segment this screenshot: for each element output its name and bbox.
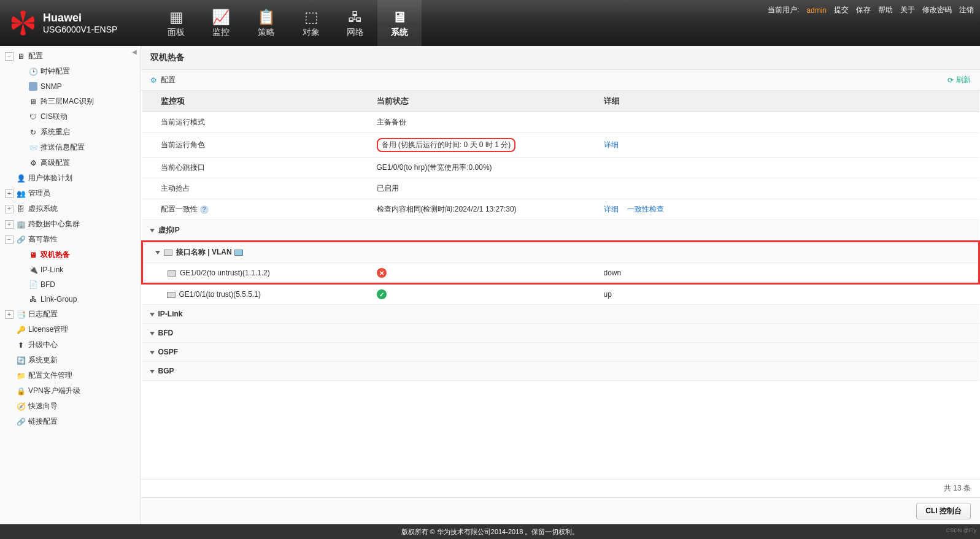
tree-snmp[interactable]: SNMP bbox=[12, 79, 141, 94]
tree-clock[interactable]: 🕒时钟配置 bbox=[12, 64, 141, 79]
brand-logo: Huawei USG6000V1-ENSP bbox=[0, 9, 117, 37]
config-bar: ⚙ 配置 ⟳ 刷新 bbox=[141, 70, 980, 91]
shield-icon: 🛡 bbox=[28, 112, 38, 122]
cfgfile-icon: 📁 bbox=[16, 371, 26, 381]
role-detail-link[interactable]: 详细 bbox=[604, 140, 619, 149]
nav-dashboard[interactable]: ▦面板 bbox=[154, 0, 198, 46]
ux-icon: 👤 bbox=[16, 174, 26, 183]
tree-iplink[interactable]: 🔌IP-Link bbox=[12, 262, 141, 277]
cli-console-button[interactable]: CLI 控制台 bbox=[916, 503, 971, 519]
content-area: 双机热备 ⚙ 配置 ⟳ 刷新 监控项 当前状态 详细 bbox=[141, 46, 980, 524]
table-total: 共 13 条 bbox=[141, 479, 980, 497]
tree-advanced[interactable]: ⚙高级配置 bbox=[12, 155, 141, 170]
plus-icon[interactable]: + bbox=[5, 310, 14, 319]
tree-vsys[interactable]: +🗄虚拟系统 bbox=[0, 201, 141, 216]
link-changepw[interactable]: 修改密码 bbox=[922, 5, 952, 15]
object-icon: ⬚ bbox=[304, 9, 318, 26]
link-save[interactable]: 保存 bbox=[856, 5, 871, 15]
brand-title: Huawei bbox=[43, 12, 117, 25]
nav-system[interactable]: 🖥系统 bbox=[377, 0, 422, 46]
tree-upgrade[interactable]: ⬆升级中心 bbox=[0, 337, 141, 353]
tree-restart[interactable]: ↻系统重启 bbox=[12, 124, 141, 140]
log-icon: 📑 bbox=[16, 310, 26, 319]
role-highlight: 备用 (切换后运行的时间: 0 天 0 时 1 分) bbox=[377, 138, 516, 152]
section-vip[interactable]: 虚拟IP bbox=[142, 220, 979, 242]
bfd-icon: 📄 bbox=[28, 280, 38, 289]
tree-update[interactable]: 🔄系统更新 bbox=[0, 353, 141, 368]
license-icon: 🔑 bbox=[16, 325, 26, 335]
tree-push[interactable]: 📨推送信息配置 bbox=[12, 140, 141, 155]
page-footer: 版权所有 © 华为技术有限公司2014-2018 。保留一切权利。 CSDN @… bbox=[0, 524, 980, 539]
brand-model: USG6000V1-ENSP bbox=[43, 25, 117, 34]
refresh-button[interactable]: ⟳ 刷新 bbox=[947, 75, 971, 85]
tree-linkcfg[interactable]: 🔗链接配置 bbox=[0, 414, 141, 429]
row-heartbeat: 当前心跳接口 GE1/0/0(to hrp)(带宽使用率:0.00%) bbox=[142, 158, 979, 178]
iplink-icon: 🔌 bbox=[28, 265, 38, 275]
tree-ux[interactable]: 👤用户体验计划 bbox=[0, 170, 141, 186]
link-commit[interactable]: 提交 bbox=[834, 5, 849, 15]
section-ospf[interactable]: OSPF bbox=[142, 343, 979, 362]
chevron-down-icon bbox=[150, 332, 155, 335]
tree-bfd[interactable]: 📄BFD bbox=[12, 277, 141, 292]
status-up-icon: ✓ bbox=[377, 289, 387, 299]
tree-config[interactable]: − 🖥 配置 bbox=[0, 48, 141, 64]
plus-icon[interactable]: + bbox=[5, 220, 14, 229]
vsys-icon: 🗄 bbox=[16, 204, 26, 214]
nav-monitor[interactable]: 📈监控 bbox=[198, 0, 244, 46]
config-label[interactable]: 配置 bbox=[161, 75, 176, 85]
admin-icon: 👥 bbox=[16, 189, 26, 199]
tree-dc[interactable]: +🏢跨数据中心集群 bbox=[0, 216, 141, 232]
interface-icon bbox=[168, 270, 176, 277]
nav-network[interactable]: 🖧网络 bbox=[333, 0, 377, 46]
advanced-icon: ⚙ bbox=[28, 158, 38, 168]
minus-icon[interactable]: − bbox=[5, 235, 14, 244]
consist-check-link[interactable]: 一致性检查 bbox=[627, 205, 664, 213]
vlan-icon bbox=[234, 250, 243, 256]
tree-wizard[interactable]: 🧭快速向导 bbox=[0, 399, 141, 414]
nav-object[interactable]: ⬚对象 bbox=[289, 0, 333, 46]
status-down-icon: ✕ bbox=[377, 268, 387, 278]
minus-icon[interactable]: − bbox=[5, 52, 14, 61]
tree-logcfg[interactable]: +📑日志配置 bbox=[0, 307, 141, 322]
tree-ha[interactable]: −🔗高可靠性 bbox=[0, 232, 141, 247]
plus-icon[interactable]: + bbox=[5, 205, 14, 213]
tree-vpnclient[interactable]: 🔒VPN客户端升级 bbox=[0, 383, 141, 399]
cli-bar: CLI 控制台 bbox=[141, 497, 980, 524]
current-user-label: 当前用户: bbox=[768, 5, 799, 15]
plus-icon[interactable]: + bbox=[5, 189, 14, 198]
section-ifvlan[interactable]: 接口名称 | VLAN bbox=[142, 242, 979, 263]
tree-cis[interactable]: 🛡CIS联动 bbox=[12, 109, 141, 124]
section-bfd[interactable]: BFD bbox=[142, 324, 979, 343]
hrp-icon: 🖥 bbox=[28, 250, 38, 260]
tree-linkgroup[interactable]: 🖧Link-Group bbox=[12, 292, 141, 307]
upgrade-icon: ⬆ bbox=[16, 340, 26, 350]
section-iplink[interactable]: IP-Link bbox=[142, 305, 979, 324]
tree-mac[interactable]: 🖥跨三层MAC识别 bbox=[12, 94, 141, 109]
dashboard-icon: ▦ bbox=[169, 9, 183, 26]
tree-license[interactable]: 🔑License管理 bbox=[0, 322, 141, 337]
tree-cfgfile[interactable]: 📁配置文件管理 bbox=[0, 368, 141, 383]
mac-icon: 🖥 bbox=[28, 97, 38, 107]
tree-config-label: 配置 bbox=[28, 51, 43, 61]
col-monitor: 监控项 bbox=[142, 91, 369, 112]
row-role: 当前运行角色 备用 (切换后运行的时间: 0 天 0 时 1 分) 详细 bbox=[142, 133, 979, 158]
tree-admin[interactable]: +👥管理员 bbox=[0, 186, 141, 201]
link-help[interactable]: 帮助 bbox=[878, 5, 893, 15]
nav-policy[interactable]: 📋策略 bbox=[244, 0, 289, 46]
link-about[interactable]: 关于 bbox=[900, 5, 915, 15]
sidebar-collapse-icon[interactable]: ◀ bbox=[132, 48, 141, 57]
dc-icon: 🏢 bbox=[16, 220, 26, 229]
network-icon: 🖧 bbox=[348, 9, 363, 26]
help-icon[interactable]: ? bbox=[200, 205, 209, 214]
top-nav: ▦面板 📈监控 📋策略 ⬚对象 🖧网络 🖥系统 bbox=[154, 0, 422, 46]
row-interface-1: GE1/0/1(to trust)(5.5.5.1) ✓ up bbox=[142, 284, 979, 305]
section-bgp[interactable]: BGP bbox=[142, 362, 979, 381]
tree-hrp[interactable]: 🖥双机热备 bbox=[12, 247, 141, 262]
consist-detail-link[interactable]: 详细 bbox=[604, 205, 619, 213]
link-logout[interactable]: 注销 bbox=[959, 5, 974, 15]
linkcfg-icon: 🔗 bbox=[16, 417, 26, 427]
monitor-icon: 📈 bbox=[212, 9, 230, 26]
interface-icon bbox=[167, 292, 176, 298]
page-title: 双机热备 bbox=[141, 46, 980, 70]
wizard-icon: 🧭 bbox=[16, 402, 26, 411]
